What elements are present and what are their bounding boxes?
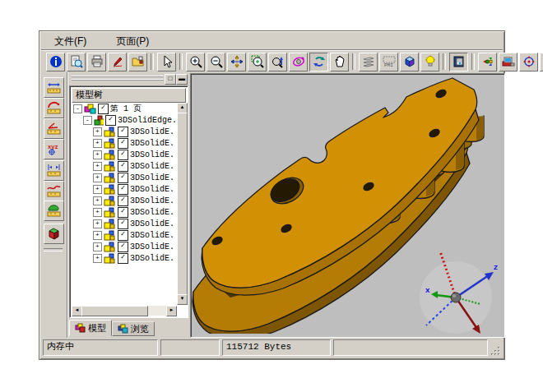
node-checkbox[interactable]: ✓ [118,150,128,160]
tree-row-part[interactable]: + ✓ 3DSolidE. [72,218,177,229]
node-checkbox[interactable]: ✓ [118,207,128,218]
scroll-thumb[interactable] [177,113,188,295]
menu-page[interactable]: 页面(P) [113,33,152,50]
measure-angle-button[interactable] [44,118,64,139]
expander-icon[interactable]: + [93,219,102,228]
rotate-view-button[interactable] [289,53,308,71]
panel-titlebar[interactable]: □ ▬ [69,74,188,84]
tree-node-label[interactable]: 3DSolidE. [130,219,174,228]
pmi-button[interactable]: PMI [379,53,398,71]
tree-node-label[interactable]: 3DSolidE. [130,196,174,205]
tree-row-part[interactable]: + ✓ 3DSolidE. [72,160,177,172]
tree-node-label[interactable]: 3DSolidE. [130,162,174,171]
render-mode-button[interactable] [400,53,419,71]
pan-hand-button[interactable] [330,53,349,71]
expander-icon[interactable]: - [73,104,82,113]
measure-area-button[interactable] [44,201,64,221]
tree-row-part[interactable]: + ✓ 3DSolidE. [72,137,177,149]
node-checkbox[interactable]: ✓ [118,161,128,172]
node-checkbox[interactable]: ✓ [118,184,128,195]
info-button[interactable] [46,53,65,71]
tree-node-label[interactable]: 3DSolidE. [130,150,174,159]
node-checkbox[interactable]: ✓ [118,127,128,137]
measure-curve-length-button[interactable] [44,181,64,201]
scroll-down-icon[interactable]: ▼ [177,294,188,305]
tree-row-part[interactable]: + ✓ 3DSolidE. [72,195,177,206]
move-component-button[interactable] [519,53,538,71]
expander-icon[interactable]: + [93,231,102,240]
expander-icon[interactable]: + [93,162,102,171]
node-checkbox[interactable]: ✓ [118,242,128,252]
tree-row-part[interactable]: + ✓ 3DSolidE. [72,206,177,218]
annotate-button[interactable] [108,53,127,71]
node-checkbox[interactable]: ✓ [118,173,128,183]
node-checkbox[interactable]: ✓ [98,104,109,114]
expander-icon[interactable]: + [93,173,102,182]
tree-node-label[interactable]: 3DSolidE. [130,173,174,182]
tree-node-label[interactable]: 3DSolidE. [130,208,174,217]
node-checkbox[interactable]: ✓ [118,219,128,229]
open-file-button[interactable] [128,53,147,71]
zoom-window-button[interactable] [248,53,267,71]
expander-icon[interactable]: + [93,254,102,263]
measure-coordinate-button[interactable]: xyz [44,139,64,159]
zoom-dynamic-button[interactable] [268,53,287,71]
tree-node-label[interactable]: 3DSolidE. [130,139,174,148]
assembly-structure-button[interactable] [478,53,497,71]
measure-distance-button[interactable] [44,160,64,181]
expander-icon[interactable]: + [93,139,102,148]
expander-icon[interactable]: + [93,150,102,159]
node-checkbox[interactable]: ✓ [118,138,128,149]
resize-grip[interactable] [490,346,501,357]
refresh-button[interactable] [309,53,328,71]
tree-row-part[interactable]: + ✓ 3DSolidE. [72,241,177,252]
expander-icon[interactable]: + [93,208,102,217]
plot-button[interactable] [499,53,517,71]
viewport-3d[interactable]: Z X Y [190,73,505,338]
zoom-out-button[interactable] [207,53,225,71]
layers-button[interactable] [359,53,378,71]
zoom-in-button[interactable] [186,53,205,71]
tree-row-page[interactable]: - ✓ 第 1 页 [72,103,177,114]
tree-node-label[interactable]: 3DSolidE. [130,231,174,240]
tab-browse[interactable]: 浏览 [112,321,155,336]
expander-icon[interactable]: + [93,185,102,194]
node-checkbox[interactable]: ✓ [118,253,128,264]
menu-file[interactable]: 文件(F) [51,33,90,50]
tree-row-assembly[interactable]: - ✓ 3DSolidEdge. [72,114,177,126]
panel-float-button[interactable]: □ [165,74,176,85]
tree-row-part[interactable]: + ✓ 3DSolidE. [72,126,177,137]
tab-model[interactable]: 模型 [69,320,112,336]
print-button[interactable] [87,53,106,71]
expander-icon[interactable]: + [93,196,102,205]
tree-row-part[interactable]: + ✓ 3DSolidE. [72,172,177,183]
scroll-right-icon[interactable]: ► [166,306,177,316]
lighting-button[interactable] [420,53,439,71]
scroll-thumb[interactable] [81,306,148,316]
measure-radius-button[interactable] [44,98,64,118]
expander-icon[interactable]: + [93,127,102,136]
panel-hide-button[interactable]: ▬ [176,74,188,85]
tree-row-part[interactable]: + ✓ 3DSolidE. [72,229,177,241]
expander-icon[interactable]: - [83,116,92,125]
pan-view-button[interactable] [227,53,246,71]
notebook-button[interactable] [449,53,468,71]
select-cursor-button[interactable] [157,53,176,71]
tree-node-label[interactable]: 3DSolidE. [130,242,174,251]
node-checkbox[interactable]: ✓ [118,230,128,241]
node-checkbox[interactable]: ✓ [105,115,116,126]
tree-vertical-scrollbar[interactable]: ▲ ▼ [177,103,186,305]
tree-node-label[interactable]: 第 1 页 [110,103,142,114]
measure-volume-button[interactable] [44,224,64,244]
tree-node-label[interactable]: 3DSolidE. [130,185,174,194]
tree-node-label[interactable]: 3DSolidE. [130,254,174,263]
panel-grip[interactable] [72,76,164,82]
tree-node-label[interactable]: 3DSolidE. [130,127,174,136]
node-checkbox[interactable]: ✓ [118,196,128,206]
parts-button[interactable] [540,53,543,71]
print-preview-button[interactable] [67,53,86,71]
tree-row-part[interactable]: + ✓ 3DSolidE. [72,149,177,160]
measure-horizontal-button[interactable] [44,77,64,98]
tree-row-part[interactable]: + ✓ 3DSolidE. [72,183,177,195]
expander-icon[interactable]: + [93,242,102,251]
